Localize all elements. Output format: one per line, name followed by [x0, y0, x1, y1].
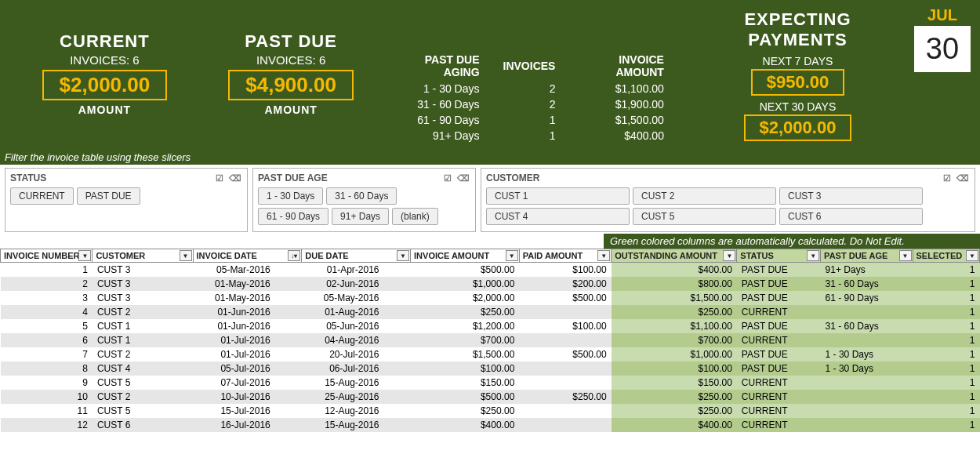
multiselect-icon[interactable]: ☑	[212, 172, 227, 184]
cell-due-date[interactable]: 25-Aug-2016	[302, 390, 411, 404]
multiselect-icon[interactable]: ☑	[441, 172, 455, 184]
cell-paid-amount[interactable]: $250.00	[519, 390, 611, 404]
cell-invoice-number[interactable]: 4	[1, 305, 93, 319]
cell-due-date[interactable]: 06-Jul-2016	[302, 361, 411, 376]
cell-invoice-number[interactable]: 5	[1, 319, 93, 333]
cell-invoice-number[interactable]: 8	[1, 361, 93, 376]
cell-invoice-number[interactable]: 9	[1, 376, 93, 390]
th-invoice-number[interactable]: INVOICE NUMBER▼	[1, 249, 93, 263]
th-invoice-amount[interactable]: INVOICE AMOUNT▼	[411, 249, 520, 263]
cell-invoice-date[interactable]: 07-Jul-2016	[193, 376, 302, 390]
cell-invoice-date[interactable]: 01-Jun-2016	[193, 305, 302, 319]
th-customer[interactable]: CUSTOMER▼	[93, 249, 193, 263]
table-row[interactable]: 1CUST 305-Mar-201601-Apr-2016$500.00$100…	[1, 263, 980, 278]
cell-invoice-date[interactable]: 16-Jul-2016	[193, 418, 302, 432]
cell-paid-amount[interactable]	[519, 376, 611, 390]
slicer-age-item[interactable]: 61 - 90 Days	[258, 208, 328, 225]
table-row[interactable]: 9CUST 507-Jul-201615-Aug-2016$150.00$150…	[1, 376, 980, 390]
cell-due-date[interactable]: 01-Aug-2016	[302, 305, 411, 319]
filter-dropdown-icon[interactable]: ▼	[397, 250, 409, 261]
cell-paid-amount[interactable]	[519, 333, 611, 347]
table-row[interactable]: 11CUST 515-Jul-201612-Aug-2016$250.00$25…	[1, 404, 980, 418]
cell-invoice-amount[interactable]: $500.00	[411, 390, 520, 404]
filter-dropdown-icon[interactable]: ▼	[899, 250, 912, 261]
cell-paid-amount[interactable]	[519, 418, 611, 432]
cell-invoice-amount[interactable]: $2,000.00	[411, 291, 520, 305]
cell-paid-amount[interactable]	[519, 305, 611, 319]
th-status[interactable]: STATUS▼	[737, 249, 821, 263]
cell-invoice-date[interactable]: 15-Jul-2016	[193, 404, 302, 418]
th-paid-amount[interactable]: PAID AMOUNT▼	[519, 249, 611, 263]
cell-invoice-amount[interactable]: $150.00	[411, 376, 520, 390]
th-due-date[interactable]: DUE DATE▼	[302, 249, 411, 263]
cell-due-date[interactable]: 05-Jun-2016	[302, 319, 411, 333]
filter-dropdown-icon[interactable]: ▼	[597, 250, 610, 261]
cell-customer[interactable]: CUST 3	[93, 263, 193, 278]
cell-invoice-amount[interactable]: $700.00	[411, 333, 520, 347]
cell-invoice-number[interactable]: 12	[1, 418, 93, 432]
cell-invoice-amount[interactable]: $250.00	[411, 305, 520, 319]
cell-customer[interactable]: CUST 2	[93, 347, 193, 361]
table-row[interactable]: 10CUST 210-Jul-201625-Aug-2016$500.00$25…	[1, 390, 980, 404]
cell-due-date[interactable]: 20-Jul-2016	[302, 347, 411, 361]
cell-invoice-number[interactable]: 2	[1, 277, 93, 291]
cell-invoice-amount[interactable]: $1,000.00	[411, 277, 520, 291]
th-outstanding-amount[interactable]: OUTSTANDING AMOUNT▼	[612, 249, 737, 263]
multiselect-icon[interactable]: ☑	[940, 172, 954, 184]
cell-invoice-amount[interactable]: $100.00	[411, 361, 520, 376]
cell-invoice-date[interactable]: 01-May-2016	[193, 291, 302, 305]
cell-customer[interactable]: CUST 3	[93, 291, 193, 305]
filter-dropdown-icon[interactable]: ▼	[807, 250, 819, 261]
cell-due-date[interactable]: 15-Aug-2016	[302, 376, 411, 390]
cell-paid-amount[interactable]: $200.00	[519, 277, 611, 291]
table-row[interactable]: 5CUST 101-Jun-201605-Jun-2016$1,200.00$1…	[1, 319, 980, 333]
cell-invoice-date[interactable]: 10-Jul-2016	[193, 390, 302, 404]
cell-paid-amount[interactable]: $100.00	[519, 319, 611, 333]
slicer-customer-item[interactable]: CUST 4	[486, 208, 630, 225]
cell-invoice-amount[interactable]: $500.00	[411, 263, 520, 278]
cell-paid-amount[interactable]	[519, 361, 611, 376]
cell-due-date[interactable]: 15-Aug-2016	[302, 418, 411, 432]
sort-dropdown-icon[interactable]: ↓▾	[288, 250, 300, 261]
cell-due-date[interactable]: 04-Aug-2016	[302, 333, 411, 347]
cell-paid-amount[interactable]: $500.00	[519, 291, 611, 305]
filter-dropdown-icon[interactable]: ▼	[180, 250, 192, 261]
filter-dropdown-icon[interactable]: ▼	[723, 250, 735, 261]
cell-paid-amount[interactable]: $500.00	[519, 347, 611, 361]
slicer-customer-item[interactable]: CUST 5	[633, 208, 776, 225]
slicer-status-item[interactable]: PAST DUE	[77, 187, 140, 205]
cell-invoice-number[interactable]: 1	[1, 263, 93, 278]
slicer-age-item[interactable]: 1 - 30 Days	[258, 187, 323, 205]
slicer-age-item[interactable]: (blank)	[392, 208, 438, 225]
clear-filter-icon[interactable]: ⌫	[456, 172, 470, 184]
cell-customer[interactable]: CUST 2	[93, 305, 193, 319]
cell-customer[interactable]: CUST 4	[93, 361, 193, 376]
slicer-customer-item[interactable]: CUST 1	[486, 187, 630, 205]
cell-customer[interactable]: CUST 3	[93, 277, 193, 291]
cell-invoice-date[interactable]: 01-Jul-2016	[193, 347, 302, 361]
slicer-customer-item[interactable]: CUST 6	[779, 208, 923, 225]
cell-customer[interactable]: CUST 5	[93, 404, 193, 418]
cell-customer[interactable]: CUST 2	[93, 390, 193, 404]
slicer-age-item[interactable]: 91+ Days	[332, 208, 389, 225]
clear-filter-icon[interactable]: ⌫	[956, 172, 970, 184]
clear-filter-icon[interactable]: ⌫	[228, 172, 242, 184]
cell-invoice-amount[interactable]: $1,200.00	[411, 319, 520, 333]
cell-invoice-amount[interactable]: $400.00	[411, 418, 520, 432]
cell-paid-amount[interactable]: $100.00	[519, 263, 611, 278]
slicer-age-item[interactable]: 31 - 60 Days	[326, 187, 397, 205]
cell-paid-amount[interactable]	[519, 404, 611, 418]
cell-invoice-date[interactable]: 01-Jun-2016	[193, 319, 302, 333]
slicer-customer-item[interactable]: CUST 3	[779, 187, 923, 205]
table-row[interactable]: 7CUST 201-Jul-201620-Jul-2016$1,500.00$5…	[1, 347, 980, 361]
cell-customer[interactable]: CUST 6	[93, 418, 193, 432]
cell-customer[interactable]: CUST 5	[93, 376, 193, 390]
table-row[interactable]: 2CUST 301-May-201602-Jun-2016$1,000.00$2…	[1, 277, 980, 291]
th-selected[interactable]: SELECTED▼	[913, 249, 979, 263]
filter-dropdown-icon[interactable]: ▼	[78, 250, 91, 261]
cell-invoice-number[interactable]: 3	[1, 291, 93, 305]
cell-customer[interactable]: CUST 1	[93, 333, 193, 347]
slicer-customer-item[interactable]: CUST 2	[633, 187, 776, 205]
th-past-due-age[interactable]: PAST DUE AGE▼	[821, 249, 913, 263]
table-row[interactable]: 8CUST 405-Jul-201606-Jul-2016$100.00$100…	[1, 361, 980, 376]
